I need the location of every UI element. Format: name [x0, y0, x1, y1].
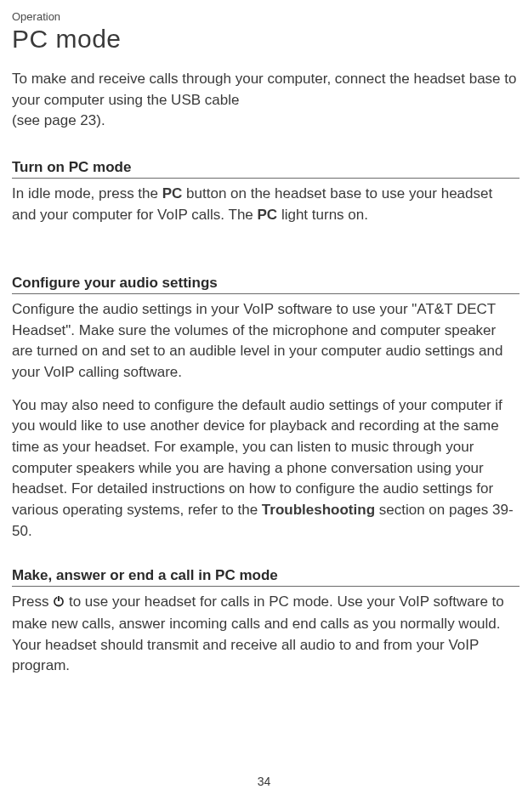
text-fragment: Press — [12, 593, 53, 610]
text-configure-p1: Configure the audio settings in your VoI… — [12, 299, 519, 383]
bold-troubleshooting: Troubleshooting — [262, 502, 375, 518]
power-icon — [53, 593, 65, 614]
section-make-call: Make, answer or end a call in PC mode Pr… — [12, 567, 519, 677]
bold-pc-1: PC — [162, 185, 183, 202]
page-title: PC mode — [12, 25, 519, 54]
heading-make-call: Make, answer or end a call in PC mode — [12, 567, 519, 587]
text-fragment: to use your headset for calls in PC mode… — [12, 593, 504, 673]
text-configure-p2: You may also need to configure the defau… — [12, 395, 519, 542]
text-turn-on: In idle mode, press the PC button on the… — [12, 184, 519, 225]
heading-configure: Configure your audio settings — [12, 275, 519, 294]
text-make-call: Press to use your headset for calls in P… — [12, 592, 519, 677]
intro-paragraph: To make and receive calls through your c… — [12, 69, 519, 132]
page-number: 34 — [0, 775, 528, 788]
section-configure: Configure your audio settings Configure … — [12, 275, 519, 542]
text-fragment: In idle mode, press the — [12, 185, 162, 202]
category-label: Operation — [12, 10, 519, 23]
text-fragment: You may also need to configure the defau… — [12, 397, 502, 518]
text-fragment: light turns on. — [277, 207, 368, 223]
bold-pc-2: PC — [258, 207, 278, 223]
heading-turn-on: Turn on PC mode — [12, 159, 519, 179]
section-turn-on: Turn on PC mode In idle mode, press the … — [12, 159, 519, 225]
